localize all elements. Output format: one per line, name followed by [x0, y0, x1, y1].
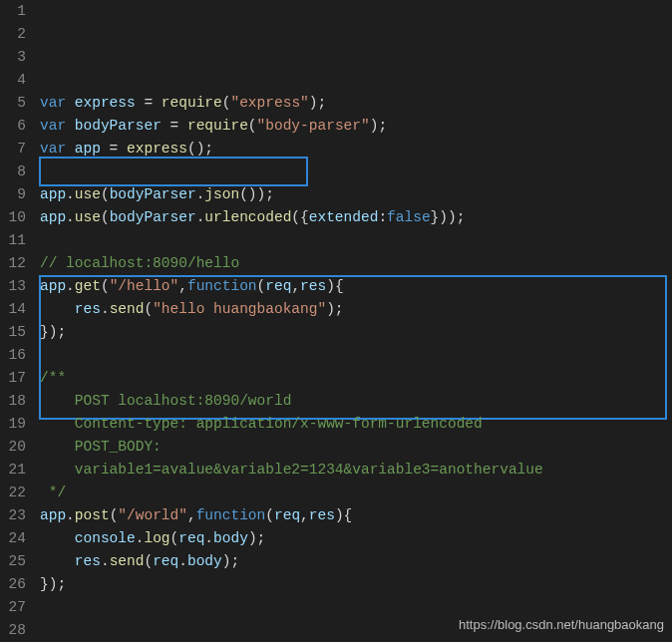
code-line[interactable]: app.post("/world",function(req,res){: [40, 504, 672, 527]
token-pl: }));: [431, 209, 466, 225]
code-line[interactable]: POST localhost:8090/world: [40, 390, 672, 413]
code-line[interactable]: /**: [40, 367, 672, 390]
token-str: "/world": [118, 507, 187, 523]
line-number: 27: [6, 596, 26, 619]
token-ident: app: [40, 507, 66, 523]
code-line[interactable]: });: [40, 573, 672, 596]
token-pl: [40, 530, 75, 546]
token-ident: req: [274, 507, 300, 523]
code-line[interactable]: [40, 160, 672, 183]
code-area[interactable]: var express = require("express");var bod…: [38, 0, 672, 642]
code-line[interactable]: variable1=avalue&variable2=1234&variable…: [40, 459, 672, 482]
token-str: "body-parser": [257, 118, 370, 134]
token-pl: .: [66, 278, 75, 294]
line-number: 13: [6, 275, 26, 298]
code-line[interactable]: console.log(req.body);: [40, 527, 672, 550]
token-cmt: variable1=avalue&variable2=1234&variable…: [40, 462, 543, 478]
token-fn: send: [110, 553, 145, 569]
line-number: 21: [6, 459, 26, 482]
token-ident: body: [187, 553, 222, 569]
token-ident: app: [40, 186, 66, 202]
token-pl: [40, 553, 75, 569]
token-pl: ({: [291, 209, 308, 225]
token-pl: [66, 141, 75, 157]
token-pl: .: [66, 209, 75, 225]
token-pl: );: [326, 301, 343, 317]
token-ident: bodyParser: [110, 209, 196, 225]
token-ident: res: [309, 507, 335, 523]
token-pl: );: [309, 95, 326, 111]
token-str: "express": [230, 95, 308, 111]
token-ident: bodyParser: [110, 186, 196, 202]
code-line[interactable]: });: [40, 321, 672, 344]
line-number: 20: [6, 436, 26, 459]
code-line[interactable]: */: [40, 482, 672, 504]
line-number: 22: [6, 482, 26, 504]
line-number-gutter: 1234567891011121314151617181920212223242…: [0, 0, 38, 642]
line-number: 28: [6, 619, 26, 642]
line-number: 19: [6, 413, 26, 436]
token-pl: ,: [178, 278, 187, 294]
token-fn: json: [204, 186, 239, 202]
token-fn: send: [110, 301, 145, 317]
token-cmt: Content-type: application/x-www-form-url…: [40, 416, 483, 432]
code-line[interactable]: res.send(req.body);: [40, 550, 672, 573]
line-number: 16: [6, 344, 26, 367]
token-pl: ();: [187, 141, 213, 157]
token-fn: use: [75, 186, 101, 202]
code-line[interactable]: app.use(bodyParser.json());: [40, 183, 672, 206]
line-number: 23: [6, 504, 26, 527]
line-number: 11: [6, 229, 26, 252]
code-line[interactable]: var app = express();: [40, 138, 672, 160]
token-ident: req: [265, 278, 291, 294]
token-fn: get: [75, 278, 101, 294]
token-pl: =: [162, 118, 187, 134]
token-cmt: /**: [40, 370, 66, 386]
token-ident: res: [75, 301, 101, 317]
line-number: 7: [6, 138, 26, 160]
token-pl: =: [136, 95, 162, 111]
token-kw: false: [387, 209, 431, 225]
token-pl: .: [66, 186, 75, 202]
token-fn: log: [144, 530, 169, 546]
token-pl: (: [144, 553, 153, 569]
token-cmt: // localhost:8090/hello: [40, 255, 239, 271]
code-line[interactable]: var express = require("express");: [40, 92, 672, 115]
token-pl: (: [101, 209, 110, 225]
line-number: 3: [6, 46, 26, 69]
token-pl: ){: [335, 507, 352, 523]
line-number: 4: [6, 69, 26, 92]
token-ident: express: [75, 95, 136, 111]
token-pl: (: [170, 530, 179, 546]
line-number: 24: [6, 527, 26, 550]
code-line[interactable]: Content-type: application/x-www-form-url…: [40, 413, 672, 436]
token-cmt: */: [40, 484, 66, 500]
token-ident: res: [75, 553, 101, 569]
token-pl: .: [66, 507, 75, 523]
token-pl: ());: [239, 186, 274, 202]
code-line[interactable]: // localhost:8090/hello: [40, 252, 672, 275]
token-pl: :: [378, 209, 387, 225]
line-number: 5: [6, 92, 26, 115]
code-line[interactable]: var bodyParser = require("body-parser");: [40, 115, 672, 138]
token-pl: .: [204, 530, 213, 546]
token-fn: express: [127, 141, 187, 157]
line-number: 17: [6, 367, 26, 390]
token-cmt: POST_BODY:: [40, 439, 162, 455]
code-line[interactable]: res.send("hello huangbaokang");: [40, 298, 672, 321]
code-editor[interactable]: 1234567891011121314151617181920212223242…: [0, 0, 672, 642]
code-line[interactable]: [40, 229, 672, 252]
token-str: "hello huangbaokang": [153, 301, 326, 317]
code-line[interactable]: POST_BODY:: [40, 436, 672, 459]
line-number: 1: [6, 0, 26, 23]
code-line[interactable]: app.use(bodyParser.urlencoded({extended:…: [40, 206, 672, 229]
token-pl: .: [178, 553, 187, 569]
token-fn: require: [162, 95, 222, 111]
token-pl: (: [144, 301, 153, 317]
code-line[interactable]: [40, 344, 672, 367]
token-pl: });: [40, 576, 66, 592]
code-line[interactable]: app.get("/hello",function(req,res){: [40, 275, 672, 298]
line-number: 14: [6, 298, 26, 321]
token-kw: function: [187, 278, 257, 294]
token-fn: require: [187, 118, 248, 134]
